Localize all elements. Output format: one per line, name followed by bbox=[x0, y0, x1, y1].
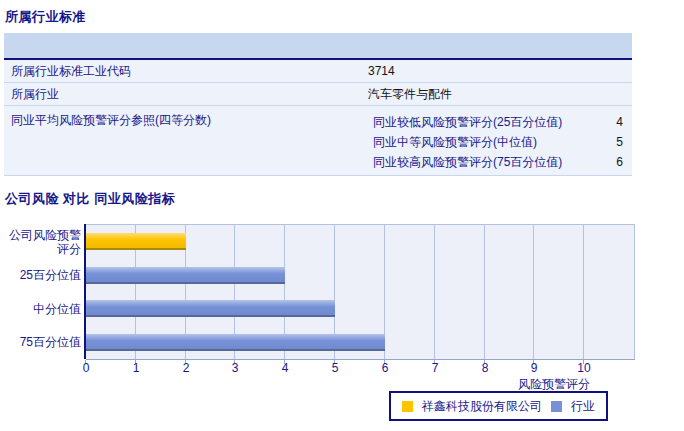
x-tick-label: 9 bbox=[531, 361, 538, 375]
row-value: 汽车零件与配件 bbox=[368, 83, 632, 105]
x-axis-line bbox=[86, 359, 635, 360]
x-tick-label: 3 bbox=[232, 361, 239, 375]
legend-item: 行业 bbox=[551, 398, 595, 415]
legend-item: 祥鑫科技股份有限公司 bbox=[402, 398, 542, 415]
legend-swatch bbox=[551, 401, 562, 412]
y-axis-line bbox=[84, 224, 86, 359]
sub-row: 同业中等风险预警评分(中位值) 5 bbox=[368, 132, 632, 152]
x-tick-label: 2 bbox=[183, 361, 190, 375]
x-tick-label: 1 bbox=[133, 361, 140, 375]
table-row: 同业平均风险预警评分参照(四等分数) 同业较低风险预警评分(25百分位值) 4 … bbox=[4, 106, 632, 176]
grid-line bbox=[484, 225, 485, 359]
sub-row-label: 同业较高风险预警评分(75百分位值) bbox=[368, 152, 563, 172]
bar-行业 bbox=[86, 267, 285, 284]
sub-row-label: 同业中等风险预警评分(中位值) bbox=[368, 132, 563, 152]
sub-row: 同业较高风险预警评分(75百分位值) 6 bbox=[368, 152, 632, 172]
legend-label: 祥鑫科技股份有限公司 bbox=[422, 398, 542, 415]
sub-row-value: 4 bbox=[563, 112, 632, 132]
sub-row: 同业较低风险预警评分(25百分位值) 4 bbox=[368, 112, 632, 132]
row-label: 同业平均风险预警评分参照(四等分数) bbox=[4, 106, 368, 175]
sub-row-label: 同业较低风险预警评分(25百分位值) bbox=[368, 112, 563, 132]
sub-row-value: 6 bbox=[563, 152, 632, 172]
chart-plot-area bbox=[86, 224, 635, 359]
chart-category-labels: 公司风险预警评分25百分位值中分位值75百分位值 bbox=[0, 225, 81, 359]
chart-category-label: 25百分位值 bbox=[0, 259, 81, 293]
section-title-risk-comparison: 公司风险 对比 同业风险指标 bbox=[5, 190, 175, 208]
bar-行业 bbox=[86, 334, 385, 351]
x-tick-label: 7 bbox=[432, 361, 439, 375]
bar-行业 bbox=[86, 300, 335, 317]
x-tick-label: 4 bbox=[282, 361, 289, 375]
chart-legend: 祥鑫科技股份有限公司行业 bbox=[389, 391, 608, 421]
chart-category-label: 公司风险预警评分 bbox=[0, 225, 81, 259]
grid-line bbox=[583, 225, 584, 359]
chart-category-label: 75百分位值 bbox=[0, 326, 81, 360]
legend-label: 行业 bbox=[571, 398, 595, 415]
sub-row-value: 5 bbox=[563, 132, 632, 152]
grid-line bbox=[434, 225, 435, 359]
industry-standard-table: 所属行业标准工业代码 3714 所属行业 汽车零件与配件 同业平均风险预警评分参… bbox=[4, 33, 632, 176]
section-title-industry-standard: 所属行业标准 bbox=[5, 8, 86, 26]
table-row: 所属行业标准工业代码 3714 bbox=[4, 60, 632, 83]
chart-category-label: 中分位值 bbox=[0, 292, 81, 326]
x-tick-label: 10 bbox=[577, 361, 590, 375]
quartile-sub-rows: 同业较低风险预警评分(25百分位值) 4 同业中等风险预警评分(中位值) 5 同… bbox=[368, 106, 632, 175]
risk-report-page: { "section1": { "title": "所属行业标准", "tabl… bbox=[0, 0, 684, 431]
x-tick-label: 5 bbox=[332, 361, 339, 375]
row-label: 所属行业 bbox=[4, 83, 368, 105]
bar-祥鑫科技股份有限公司 bbox=[86, 233, 186, 250]
row-label: 所属行业标准工业代码 bbox=[4, 60, 368, 82]
x-tick-label: 8 bbox=[482, 361, 489, 375]
table-row: 所属行业 汽车零件与配件 bbox=[4, 83, 632, 106]
legend-swatch bbox=[402, 401, 413, 412]
table-header-bar bbox=[4, 33, 632, 60]
x-tick-label: 0 bbox=[83, 361, 90, 375]
x-tick-label: 6 bbox=[382, 361, 389, 375]
grid-line bbox=[533, 225, 534, 359]
row-value: 3714 bbox=[368, 60, 632, 82]
